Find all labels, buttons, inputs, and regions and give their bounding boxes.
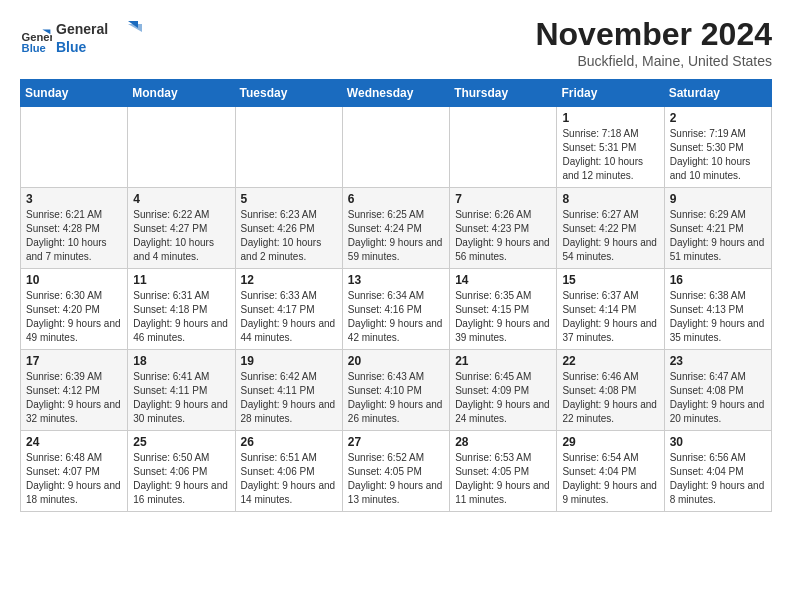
day-number: 3 [26, 192, 122, 206]
calendar-cell [128, 107, 235, 188]
day-info: Sunrise: 6:38 AM Sunset: 4:13 PM Dayligh… [670, 289, 766, 345]
calendar-cell [342, 107, 449, 188]
day-info: Sunrise: 6:54 AM Sunset: 4:04 PM Dayligh… [562, 451, 658, 507]
calendar-cell: 7Sunrise: 6:26 AM Sunset: 4:23 PM Daylig… [450, 188, 557, 269]
day-number: 21 [455, 354, 551, 368]
day-info: Sunrise: 6:56 AM Sunset: 4:04 PM Dayligh… [670, 451, 766, 507]
calendar-cell: 11Sunrise: 6:31 AM Sunset: 4:18 PM Dayli… [128, 269, 235, 350]
day-number: 8 [562, 192, 658, 206]
calendar-cell: 2Sunrise: 7:19 AM Sunset: 5:30 PM Daylig… [664, 107, 771, 188]
calendar-cell: 4Sunrise: 6:22 AM Sunset: 4:27 PM Daylig… [128, 188, 235, 269]
calendar-cell: 17Sunrise: 6:39 AM Sunset: 4:12 PM Dayli… [21, 350, 128, 431]
calendar-cell: 26Sunrise: 6:51 AM Sunset: 4:06 PM Dayli… [235, 431, 342, 512]
day-number: 1 [562, 111, 658, 125]
day-number: 5 [241, 192, 337, 206]
day-info: Sunrise: 6:30 AM Sunset: 4:20 PM Dayligh… [26, 289, 122, 345]
day-info: Sunrise: 6:51 AM Sunset: 4:06 PM Dayligh… [241, 451, 337, 507]
day-number: 10 [26, 273, 122, 287]
logo-icon: General Blue [20, 23, 52, 55]
day-info: Sunrise: 6:33 AM Sunset: 4:17 PM Dayligh… [241, 289, 337, 345]
page-header: General Blue General Blue November 2024 … [20, 16, 772, 69]
day-info: Sunrise: 6:42 AM Sunset: 4:11 PM Dayligh… [241, 370, 337, 426]
logo-wordmark: General Blue [56, 16, 146, 62]
calendar-cell [235, 107, 342, 188]
day-info: Sunrise: 6:26 AM Sunset: 4:23 PM Dayligh… [455, 208, 551, 264]
day-info: Sunrise: 6:47 AM Sunset: 4:08 PM Dayligh… [670, 370, 766, 426]
logo: General Blue General Blue [20, 16, 146, 62]
calendar-cell: 1Sunrise: 7:18 AM Sunset: 5:31 PM Daylig… [557, 107, 664, 188]
weekday-header-wednesday: Wednesday [342, 80, 449, 107]
calendar-cell: 6Sunrise: 6:25 AM Sunset: 4:24 PM Daylig… [342, 188, 449, 269]
day-number: 15 [562, 273, 658, 287]
day-number: 29 [562, 435, 658, 449]
calendar-cell [21, 107, 128, 188]
day-info: Sunrise: 6:27 AM Sunset: 4:22 PM Dayligh… [562, 208, 658, 264]
day-info: Sunrise: 6:53 AM Sunset: 4:05 PM Dayligh… [455, 451, 551, 507]
calendar-cell: 21Sunrise: 6:45 AM Sunset: 4:09 PM Dayli… [450, 350, 557, 431]
calendar-cell: 20Sunrise: 6:43 AM Sunset: 4:10 PM Dayli… [342, 350, 449, 431]
calendar-cell: 13Sunrise: 6:34 AM Sunset: 4:16 PM Dayli… [342, 269, 449, 350]
day-number: 13 [348, 273, 444, 287]
calendar-week-5: 24Sunrise: 6:48 AM Sunset: 4:07 PM Dayli… [21, 431, 772, 512]
weekday-header-tuesday: Tuesday [235, 80, 342, 107]
day-info: Sunrise: 6:25 AM Sunset: 4:24 PM Dayligh… [348, 208, 444, 264]
day-number: 14 [455, 273, 551, 287]
day-info: Sunrise: 6:45 AM Sunset: 4:09 PM Dayligh… [455, 370, 551, 426]
weekday-header-thursday: Thursday [450, 80, 557, 107]
calendar-week-3: 10Sunrise: 6:30 AM Sunset: 4:20 PM Dayli… [21, 269, 772, 350]
title-block: November 2024 Buckfield, Maine, United S… [535, 16, 772, 69]
calendar-cell: 16Sunrise: 6:38 AM Sunset: 4:13 PM Dayli… [664, 269, 771, 350]
day-number: 26 [241, 435, 337, 449]
day-info: Sunrise: 7:19 AM Sunset: 5:30 PM Dayligh… [670, 127, 766, 183]
day-info: Sunrise: 6:50 AM Sunset: 4:06 PM Dayligh… [133, 451, 229, 507]
svg-text:Blue: Blue [56, 39, 87, 55]
svg-text:Blue: Blue [22, 42, 46, 54]
day-info: Sunrise: 6:52 AM Sunset: 4:05 PM Dayligh… [348, 451, 444, 507]
day-number: 24 [26, 435, 122, 449]
day-info: Sunrise: 6:39 AM Sunset: 4:12 PM Dayligh… [26, 370, 122, 426]
svg-marker-6 [128, 24, 142, 32]
calendar-cell: 25Sunrise: 6:50 AM Sunset: 4:06 PM Dayli… [128, 431, 235, 512]
weekday-header-sunday: Sunday [21, 80, 128, 107]
day-info: Sunrise: 6:22 AM Sunset: 4:27 PM Dayligh… [133, 208, 229, 264]
calendar-cell: 29Sunrise: 6:54 AM Sunset: 4:04 PM Dayli… [557, 431, 664, 512]
day-info: Sunrise: 6:31 AM Sunset: 4:18 PM Dayligh… [133, 289, 229, 345]
day-number: 25 [133, 435, 229, 449]
day-info: Sunrise: 6:35 AM Sunset: 4:15 PM Dayligh… [455, 289, 551, 345]
calendar-week-1: 1Sunrise: 7:18 AM Sunset: 5:31 PM Daylig… [21, 107, 772, 188]
calendar-week-2: 3Sunrise: 6:21 AM Sunset: 4:28 PM Daylig… [21, 188, 772, 269]
weekday-header-saturday: Saturday [664, 80, 771, 107]
day-number: 19 [241, 354, 337, 368]
day-number: 2 [670, 111, 766, 125]
calendar-cell: 28Sunrise: 6:53 AM Sunset: 4:05 PM Dayli… [450, 431, 557, 512]
day-info: Sunrise: 6:23 AM Sunset: 4:26 PM Dayligh… [241, 208, 337, 264]
calendar-cell: 10Sunrise: 6:30 AM Sunset: 4:20 PM Dayli… [21, 269, 128, 350]
svg-text:General: General [56, 21, 108, 37]
day-info: Sunrise: 6:41 AM Sunset: 4:11 PM Dayligh… [133, 370, 229, 426]
day-number: 28 [455, 435, 551, 449]
day-number: 22 [562, 354, 658, 368]
day-number: 16 [670, 273, 766, 287]
day-number: 11 [133, 273, 229, 287]
day-number: 6 [348, 192, 444, 206]
day-info: Sunrise: 6:29 AM Sunset: 4:21 PM Dayligh… [670, 208, 766, 264]
day-info: Sunrise: 6:34 AM Sunset: 4:16 PM Dayligh… [348, 289, 444, 345]
day-info: Sunrise: 6:43 AM Sunset: 4:10 PM Dayligh… [348, 370, 444, 426]
day-number: 7 [455, 192, 551, 206]
day-number: 12 [241, 273, 337, 287]
calendar-cell: 15Sunrise: 6:37 AM Sunset: 4:14 PM Dayli… [557, 269, 664, 350]
day-info: Sunrise: 6:46 AM Sunset: 4:08 PM Dayligh… [562, 370, 658, 426]
day-info: Sunrise: 7:18 AM Sunset: 5:31 PM Dayligh… [562, 127, 658, 183]
day-number: 4 [133, 192, 229, 206]
calendar-cell [450, 107, 557, 188]
calendar-cell: 24Sunrise: 6:48 AM Sunset: 4:07 PM Dayli… [21, 431, 128, 512]
calendar-cell: 18Sunrise: 6:41 AM Sunset: 4:11 PM Dayli… [128, 350, 235, 431]
weekday-header-friday: Friday [557, 80, 664, 107]
calendar-cell: 27Sunrise: 6:52 AM Sunset: 4:05 PM Dayli… [342, 431, 449, 512]
day-number: 27 [348, 435, 444, 449]
day-number: 30 [670, 435, 766, 449]
calendar-cell: 9Sunrise: 6:29 AM Sunset: 4:21 PM Daylig… [664, 188, 771, 269]
day-number: 20 [348, 354, 444, 368]
weekday-header-monday: Monday [128, 80, 235, 107]
day-info: Sunrise: 6:21 AM Sunset: 4:28 PM Dayligh… [26, 208, 122, 264]
